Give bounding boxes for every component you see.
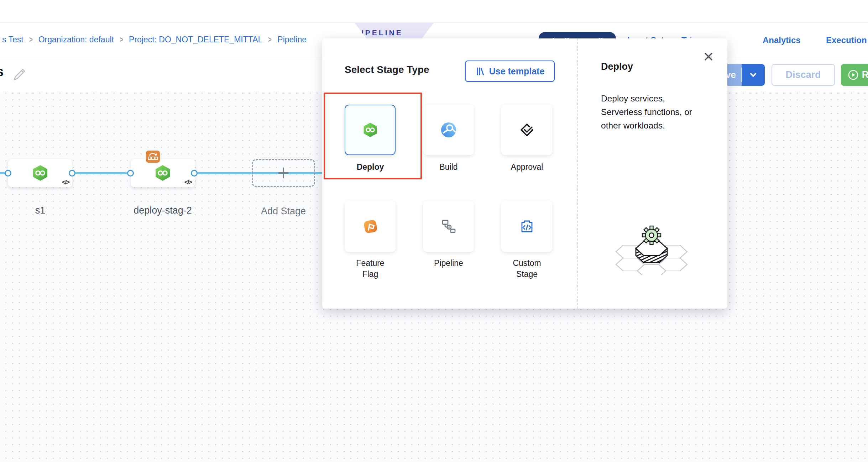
stage-node-s1[interactable]: </> [8, 159, 72, 187]
breadcrumb-item-project[interactable]: Project: DO_NOT_DELETE_MITTAL [129, 35, 262, 44]
stage-type-card-build[interactable] [423, 105, 474, 155]
cd-stage-icon [32, 164, 49, 182]
use-template-button[interactable]: Use template [465, 61, 555, 82]
edit-pipeline-button[interactable] [11, 66, 28, 83]
save-split-separator [741, 68, 742, 82]
connector-dot[interactable] [5, 170, 11, 177]
top-divider [0, 22, 868, 23]
modal-title: Select Stage Type [345, 64, 429, 75]
stage-type-card-deploy[interactable] [345, 105, 396, 155]
add-stage-label: Add Stage [252, 206, 315, 217]
build-stage-icon [440, 122, 457, 138]
connector-dot[interactable] [127, 170, 134, 177]
breadcrumb-separator: > [268, 35, 272, 44]
rollout-strategy-icon [147, 152, 159, 162]
approval-stage-icon [519, 122, 535, 138]
stage-node-label: deploy-stag-2 [131, 205, 195, 216]
custom-stage-icon [519, 218, 535, 235]
tab-execution[interactable]: Execution [826, 35, 867, 45]
tab-analytics[interactable]: Analytics [763, 35, 801, 45]
breadcrumb: s Test > Organization: default > Project… [2, 35, 307, 44]
discard-button-label: Discard [785, 69, 821, 80]
rollout-strategy-badge[interactable] [146, 151, 160, 163]
stage-type-card-feature-flag[interactable] [345, 201, 396, 252]
pipeline-title: s [0, 64, 4, 79]
run-button[interactable]: Run [841, 64, 868, 86]
code-icon[interactable]: </> [184, 179, 192, 186]
save-options-button[interactable] [742, 64, 765, 86]
stage-node-label: s1 [8, 205, 72, 216]
template-library-icon [475, 67, 485, 76]
use-template-label: Use template [489, 66, 545, 77]
code-icon[interactable]: </> [62, 179, 69, 186]
pencil-icon [11, 66, 28, 83]
select-stage-type-modal: Select Stage Type Use template Deploy [322, 38, 727, 309]
breadcrumb-item-organization[interactable]: Organization: default [38, 35, 114, 44]
close-icon [702, 51, 715, 63]
run-button-label: Run [862, 69, 868, 80]
add-stage-button[interactable] [252, 159, 315, 187]
stage-type-label-feature-flag: Feature Flag [349, 258, 392, 280]
cd-stage-icon [154, 164, 171, 182]
stage-type-label-approval: Approval [506, 162, 548, 173]
breadcrumb-item-account[interactable]: s Test [2, 35, 23, 44]
modal-divider [577, 38, 578, 309]
stage-node-deploy-stag-2[interactable]: </> [131, 159, 195, 187]
pipeline-stage-icon [440, 218, 457, 235]
chevron-down-icon [748, 70, 758, 80]
stage-detail-title: Deploy [601, 61, 633, 72]
deploy-stage-illustration [605, 215, 698, 277]
connector-dot[interactable] [191, 170, 198, 177]
breadcrumb-item-pipelines[interactable]: Pipeline [277, 35, 307, 44]
close-button[interactable] [702, 51, 715, 63]
feature-flag-stage-icon [361, 217, 379, 235]
play-icon [848, 69, 859, 80]
stage-type-card-pipeline[interactable] [423, 201, 474, 252]
stage-type-card-custom-stage[interactable] [501, 201, 552, 252]
stage-detail-description: Deploy services, Serverless functions, o… [601, 92, 694, 132]
connector-dot[interactable] [69, 170, 75, 177]
stage-type-label-deploy: Deploy [349, 162, 392, 173]
discard-button[interactable]: Discard [772, 64, 835, 86]
stage-type-label-custom-stage: Custom Stage [506, 258, 548, 280]
stage-type-label-pipeline: Pipeline [427, 258, 470, 269]
stage-type-card-approval[interactable] [501, 105, 552, 155]
stage-type-label-build: Build [427, 162, 470, 173]
breadcrumb-separator: > [29, 35, 33, 44]
deploy-stage-icon [362, 122, 378, 138]
breadcrumb-separator: > [120, 35, 123, 44]
plus-icon [276, 166, 291, 180]
